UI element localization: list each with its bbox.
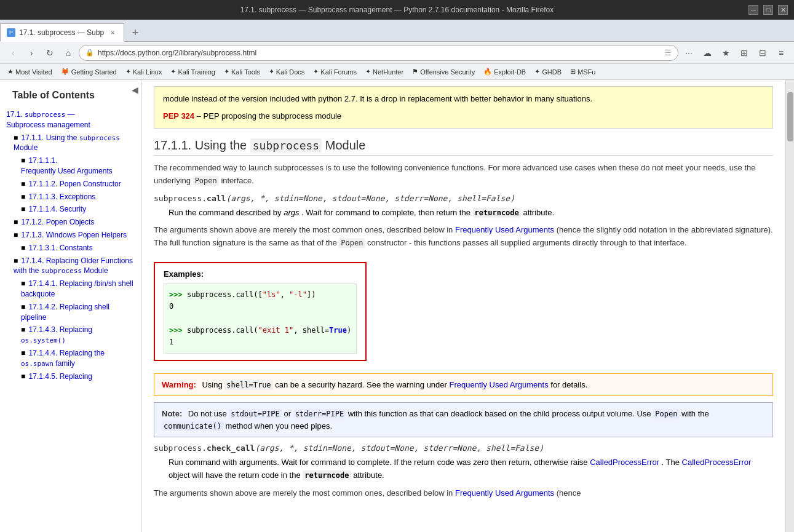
toc-item-1.3.1[interactable]: ■ 17.1.3.1. Constants (0, 242, 141, 255)
toc-bullet: ■ (21, 193, 25, 201)
bookmark-exploit-db[interactable]: 🔥 Exploit-DB (480, 66, 530, 77)
most-visited-icon: ★ (7, 68, 14, 76)
menu-button[interactable]: ≡ (773, 45, 789, 61)
pocket-button[interactable]: ☁ (699, 45, 715, 61)
toc-bullet: ■ (21, 372, 25, 381)
forward-button[interactable]: › (23, 45, 39, 61)
toc-item-1.1[interactable]: ■ 17.1.1. Using the subprocess Module (0, 132, 141, 155)
toc-link-1.2[interactable]: 17.1.2. Popen Objects (22, 218, 95, 226)
toc-item-1.1.1[interactable]: ■ 17.1.1.1.Frequently Used Arguments (0, 154, 141, 178)
scrollbar-thumb[interactable] (787, 92, 793, 141)
func-call-args-em: args (284, 208, 299, 217)
bookmark-nethunter[interactable]: ✦ NetHunter (362, 66, 407, 77)
toc-item-1.1.4[interactable]: ■ 17.1.1.4. Security (0, 203, 141, 216)
toc-link-1.3.1[interactable]: 17.1.3.1. Constants (29, 244, 93, 252)
toc-link-1.1[interactable]: 17.1.1. Using the subprocess Module (14, 133, 120, 153)
customize-button[interactable]: ⊟ (755, 45, 771, 61)
toc-link-1.4.5[interactable]: 17.1.4.5. Replacing (29, 372, 92, 381)
bookmark-kali-linux[interactable]: ✦ Kali Linux (122, 66, 166, 77)
toc-item-1.2[interactable]: ■ 17.1.2. Popen Objects (0, 216, 141, 229)
func2-p2-text: The arguments shown above are merely the… (154, 488, 453, 498)
toc-item-1.4.3[interactable]: ■ 17.1.4.3. Replacing os.system() (0, 324, 141, 347)
toc-item-1.1.2[interactable]: ■ 17.1.1.2. Popen Constructor (0, 178, 141, 191)
toc-link-1.4.2[interactable]: 17.1.4.2. Replacing shell pipeline (21, 303, 109, 322)
toc-item-1.4.2[interactable]: ■ 17.1.4.2. Replacing shell pipeline (0, 301, 141, 324)
sidebar-toggle-button[interactable]: ⊞ (736, 45, 752, 61)
toc-bullet: ■ (21, 180, 25, 188)
toc-item-1.1.3[interactable]: ■ 17.1.1.3. Exceptions (0, 191, 141, 204)
bookmark-ghdb[interactable]: ✦ GHDB (531, 66, 565, 77)
called-process-error-link[interactable]: CalledProcessError (590, 458, 659, 467)
kali-linux-icon: ✦ (125, 68, 131, 76)
more-button[interactable]: ··· (681, 45, 697, 61)
examples-box: Examples: >>> subprocess.call(["ls", "-l… (154, 262, 367, 361)
note-code1: stdout=PIPE (229, 409, 281, 419)
toc-collapse-button[interactable]: ◀ (132, 85, 138, 95)
reload-button[interactable]: ↻ (42, 45, 58, 61)
bookmark-getting-started[interactable]: 🦊 Getting Started (57, 66, 121, 77)
toc-link-1.4[interactable]: 17.1.4. Replacing Older Functions with t… (14, 256, 133, 276)
toc-item-1.3[interactable]: ■ 17.1.3. Windows Popen Helpers (0, 229, 141, 242)
scrollbar-track[interactable] (785, 80, 794, 532)
navbar: ‹ › ↻ ⌂ 🔒 https://docs.python.org/2/libr… (0, 42, 794, 64)
func-check-call-params: (args, *, stdin=None, stdout=None, stder… (255, 443, 544, 453)
bookmark-most-visited[interactable]: ★ Most Visited (4, 66, 56, 77)
info-box-pep: PEP 324 – PEP proposing the subprocess m… (163, 110, 764, 122)
toc-bullet: ■ (21, 349, 25, 357)
tab-label: 17.1. subprocess — Subp (19, 28, 104, 37)
bookmark-kali-docs[interactable]: ✦ Kali Docs (265, 66, 308, 77)
func2-frequently-used-link[interactable]: Frequently Used Arguments (455, 488, 554, 498)
toc-item-1.4[interactable]: ■ 17.1.4. Replacing Older Functions with… (0, 255, 141, 278)
bookmark-kali-tools[interactable]: ✦ Kali Tools (220, 66, 264, 77)
minimize-button[interactable]: ─ (748, 5, 758, 15)
toc-item-1.4.1[interactable]: ■ 17.1.4.1. Replacing /bin/sh shell back… (0, 277, 141, 301)
maximize-button[interactable]: □ (763, 5, 773, 15)
toc-link-1.4.4[interactable]: 17.1.4.4. Replacing the os.spawn family (21, 349, 105, 368)
bookmark-kali-forums[interactable]: ✦ Kali Forums (309, 66, 360, 77)
toc-link-1.1.2[interactable]: 17.1.1.2. Popen Constructor (29, 180, 121, 188)
warning-box: Warning: Using shell=True can be a secur… (154, 373, 773, 397)
toc-bullet: ■ (14, 133, 18, 142)
code-prompt-2: >>> (169, 326, 187, 335)
back-button[interactable]: ‹ (5, 45, 21, 61)
code-line2: 0 (169, 301, 351, 312)
func-call-desc-text3: attribute. (523, 208, 554, 217)
url-bar[interactable]: 🔒 https://docs.python.org/2/library/subp… (79, 45, 678, 61)
home-button[interactable]: ⌂ (60, 45, 76, 61)
bookmark-msfu[interactable]: ⊞ MSFu (566, 66, 599, 77)
toc-item-1.4.5[interactable]: ■ 17.1.4.5. Replacing (0, 370, 141, 383)
bookmark-kali-training[interactable]: ✦ Kali Training (167, 66, 219, 77)
kali-tools-icon: ✦ (224, 68, 229, 76)
toc-link-1.1.1[interactable]: 17.1.1.1.Frequently Used Arguments (21, 156, 113, 175)
intro-p2-text: interface. (221, 176, 253, 185)
pep-desc: – PEP proposing the subprocess module (197, 111, 341, 121)
toc-item-1.4.4[interactable]: ■ 17.1.4.4. Replacing the os.spawn famil… (0, 347, 141, 370)
toc-link-1.4.3[interactable]: 17.1.4.3. Replacing os.system() (21, 325, 92, 344)
warning-frequently-used-link[interactable]: Frequently Used Arguments (450, 380, 549, 389)
toc-link-main[interactable]: 17.1. subprocess —Subprocess management (6, 110, 90, 129)
tab-close-button[interactable]: × (108, 28, 117, 38)
func2-desc-text3: object will have the return code in the (169, 470, 301, 480)
frequently-used-args-link[interactable]: Frequently Used Arguments (455, 225, 554, 234)
close-button[interactable]: ✕ (778, 5, 788, 15)
called-process-error-link2[interactable]: CalledProcessError (682, 458, 752, 467)
tab-favicon: P (7, 28, 15, 37)
pep-324-link[interactable]: PEP 324 (163, 111, 194, 121)
popen-inline-code: Popen (193, 176, 219, 186)
toc-link-1.3[interactable]: 17.1.3. Windows Popen Helpers (22, 231, 127, 239)
toc-item-main[interactable]: 17.1. subprocess —Subprocess management (0, 108, 141, 132)
tabbar: P 17.1. subprocess — Subp × + (0, 20, 794, 42)
toc-link-1.4.1[interactable]: 17.1.4.1. Replacing /bin/sh shell backqu… (21, 279, 133, 298)
toc-header: Table of Contents ◀ (0, 85, 141, 108)
toc-bullet: ■ (21, 325, 25, 334)
func-call-sig: subprocess.call(args, *, stdin=None, std… (154, 194, 773, 203)
code-line4: 1 (169, 336, 351, 348)
toc-bullet: ■ (21, 205, 25, 213)
bookmark-offensive-security[interactable]: ⚑ Offensive Security (408, 66, 478, 77)
toc-link-1.1.3[interactable]: 17.1.1.3. Exceptions (29, 193, 96, 201)
active-tab[interactable]: P 17.1. subprocess — Subp × (0, 23, 124, 42)
new-tab-button[interactable]: + (127, 24, 144, 41)
bookmark-star-button[interactable]: ★ (718, 45, 734, 61)
note-text1: Do not use (188, 409, 227, 418)
toc-link-1.1.4[interactable]: 17.1.1.4. Security (29, 205, 86, 213)
